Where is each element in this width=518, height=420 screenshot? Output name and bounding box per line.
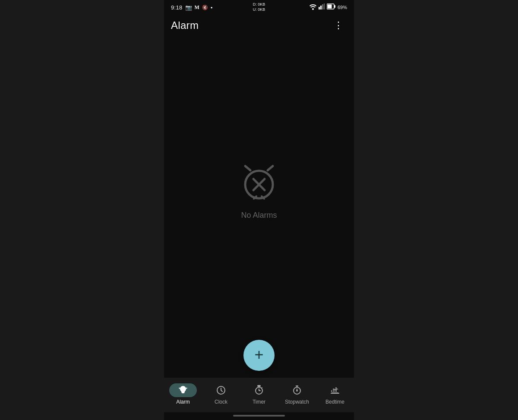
dot-icon: ● [211,6,213,9]
instagram-icon: 📷 [185,4,192,11]
tab-timer[interactable]: Timer [240,382,278,407]
status-left: 9:18 📷 M 🔇 ● [171,4,213,11]
svg-point-0 [312,8,314,10]
svg-line-8 [245,166,250,170]
mute-icon: 🔇 [202,5,208,10]
more-options-button[interactable]: ⋮ [330,19,347,32]
svg-point-23 [297,390,297,391]
no-alarm-icon [237,161,281,204]
svg-rect-7 [334,5,335,8]
svg-rect-1 [319,7,320,9]
gmail-icon: M [195,4,199,11]
svg-line-18 [262,388,262,389]
bedtime-tab-icon-wrapper [323,383,347,397]
tab-clock[interactable]: Clock [202,382,240,407]
svg-line-9 [268,166,273,170]
svg-rect-2 [320,6,322,9]
timer-nav-icon [254,385,264,395]
timer-tab-label: Timer [253,399,265,405]
svg-rect-16 [258,386,260,386]
network-status: D: 0KB U: 0KB [253,2,265,12]
plus-icon: + [254,347,263,363]
tab-bedtime[interactable]: Bedtime [316,382,354,407]
timer-tab-icon-wrapper [247,383,271,397]
status-right: 69% [310,3,347,11]
main-content: No Alarms + [164,37,354,378]
battery-icon [327,3,335,11]
svg-rect-4 [324,3,325,9]
home-indicator [164,412,354,420]
add-alarm-button[interactable]: + [243,340,275,371]
bedtime-nav-icon [330,385,340,395]
fab-container: + [243,340,275,371]
phone-frame: 9:18 📷 M 🔇 ● D: 0KB U: 0KB [164,0,354,420]
clock-tab-icon-wrapper [209,383,233,397]
signal-icon [319,3,325,11]
svg-rect-6 [327,5,332,9]
stopwatch-tab-icon-wrapper [285,383,309,397]
stopwatch-tab-label: Stopwatch [285,399,309,405]
clock-nav-icon [216,385,226,395]
app-title: Alarm [171,19,199,31]
alarm-tab-label: Alarm [176,399,190,405]
home-bar [233,415,285,417]
svg-rect-24 [331,393,339,394]
clock-tab-label: Clock [215,399,227,405]
alarm-nav-icon [178,385,188,395]
wifi-icon [310,4,316,11]
app-bar: Alarm ⋮ [164,14,354,37]
empty-state: No Alarms [237,161,281,220]
battery-percentage: 69% [338,5,347,10]
bedtime-tab-label: Bedtime [325,399,344,405]
svg-rect-3 [322,4,323,9]
status-time: 9:18 [171,4,183,11]
status-bar: 9:18 📷 M 🔇 ● D: 0KB U: 0KB [164,0,354,14]
tab-stopwatch[interactable]: Stopwatch [278,382,316,407]
bottom-nav: Alarm Clock Timer [164,378,354,412]
tab-alarm[interactable]: Alarm [164,382,202,407]
no-alarms-text: No Alarms [241,211,277,220]
stopwatch-nav-icon [292,385,302,395]
alarm-tab-bg [169,383,197,397]
